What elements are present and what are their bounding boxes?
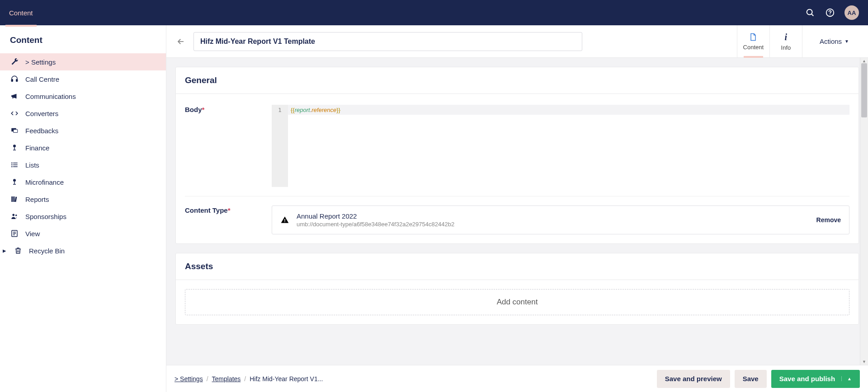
svg-rect-5 — [16, 79, 18, 82]
doc-icon — [10, 229, 19, 238]
tab-info-label: Info — [781, 44, 791, 51]
breadcrumb-current: Hifz Mid-Year Report V1... — [250, 375, 323, 383]
footer-actions: Save and preview Save Save and publish ▲ — [657, 370, 860, 388]
warning-icon — [280, 215, 289, 224]
svg-rect-21 — [13, 196, 14, 202]
code-gutter: 1 — [272, 105, 288, 187]
field-body-control: 1 {{report.reference}} — [272, 105, 849, 187]
field-body-label: Body* — [185, 105, 263, 187]
sidebar-item-lists[interactable]: Lists — [0, 156, 166, 173]
code-line[interactable]: {{report.reference}} — [288, 105, 849, 115]
sidebar-item-label: > Settings — [25, 58, 56, 66]
sidebar-item-label: Converters — [25, 110, 58, 117]
people-icon — [10, 212, 19, 221]
actions-button[interactable]: Actions ▼ — [810, 25, 859, 57]
sidebar-item-label: Sponsorships — [25, 213, 66, 220]
topbar-left: Content — [9, 6, 33, 19]
svg-point-3 — [830, 14, 830, 15]
topbar: Content AA — [0, 0, 868, 25]
breadcrumb-settings[interactable]: > Settings — [175, 375, 203, 383]
svg-point-0 — [807, 9, 812, 15]
svg-rect-7 — [14, 130, 18, 133]
breadcrumb-templates[interactable]: Templates — [212, 375, 241, 383]
sidebar-item-label: Call Centre — [25, 75, 59, 83]
search-icon[interactable] — [805, 7, 816, 18]
svg-rect-20 — [11, 196, 13, 202]
sidebar-item-view[interactable]: View — [0, 225, 166, 242]
caret-up-icon[interactable]: ▲ — [841, 376, 852, 381]
content-type-box: Annual Report 2022 umb://document-type/a… — [272, 205, 849, 234]
megaphone-icon — [10, 92, 19, 101]
sidebar-item-label: View — [25, 230, 40, 238]
content-type-text: Annual Report 2022 umb://document-type/a… — [297, 212, 809, 228]
breadcrumb: > Settings / Templates / Hifz Mid-Year R… — [175, 375, 323, 383]
list-icon — [10, 160, 19, 169]
sidebar-item-sponsorships[interactable]: Sponsorships — [0, 208, 166, 225]
svg-rect-12 — [13, 163, 18, 163]
save-preview-button[interactable]: Save and preview — [657, 370, 730, 388]
svg-rect-13 — [11, 164, 12, 165]
svg-rect-22 — [14, 197, 17, 202]
app-body: Content > Settings Call Centre Communica… — [0, 25, 868, 392]
save-publish-button[interactable]: Save and publish ▲ — [771, 370, 860, 388]
help-icon[interactable] — [825, 7, 835, 18]
sidebar-item-communications[interactable]: Communications — [0, 88, 166, 105]
remove-button[interactable]: Remove — [816, 216, 841, 224]
panel-general: General Body* 1 {{report.reference}} — [175, 67, 859, 244]
sidebar-header: Content — [0, 25, 166, 53]
svg-rect-10 — [13, 150, 16, 151]
svg-rect-4 — [11, 79, 13, 82]
sidebar-item-reports[interactable]: Reports — [0, 191, 166, 208]
feedback-icon — [10, 126, 19, 135]
tab-content[interactable]: Content — [737, 25, 770, 57]
books-icon — [10, 195, 19, 204]
microfinance-icon — [10, 177, 19, 187]
sidebar-item-call-centre[interactable]: Call Centre — [0, 70, 166, 88]
sidebar-item-finance[interactable]: Finance — [0, 139, 166, 156]
sidebar-item-recycle-bin[interactable]: ▸ Recycle Bin — [0, 242, 166, 259]
sidebar-item-label: Feedbacks — [25, 127, 58, 135]
sidebar-item-label: Reports — [25, 196, 49, 203]
svg-point-8 — [13, 145, 16, 147]
content-scroll[interactable]: General Body* 1 {{report.reference}} — [166, 58, 868, 392]
field-content-type-label: Content Type* — [185, 205, 263, 234]
sidebar-item-settings[interactable]: > Settings — [0, 53, 166, 70]
save-button[interactable]: Save — [735, 370, 767, 388]
sidebar-list: > Settings Call Centre Communications Co… — [0, 53, 166, 392]
tab-info[interactable]: i Info — [770, 25, 802, 57]
field-content-type: Content Type* Annual Report 2022 umb://d… — [185, 196, 849, 234]
actions-label: Actions — [820, 37, 842, 45]
caret-right-icon[interactable]: ▸ — [3, 247, 7, 255]
field-body: Body* 1 {{report.reference}} — [185, 103, 849, 196]
add-content-button[interactable]: Add content — [185, 289, 849, 315]
title-input[interactable] — [193, 32, 582, 51]
code-editor[interactable]: 1 {{report.reference}} — [272, 105, 849, 187]
sidebar: Content > Settings Call Centre Communica… — [0, 25, 166, 392]
svg-rect-11 — [11, 163, 12, 163]
avatar[interactable]: AA — [844, 5, 859, 20]
panel-assets: Assets Add content — [175, 253, 859, 325]
breadcrumb-sep: / — [244, 375, 246, 383]
scroll-down-icon[interactable]: ▼ — [860, 359, 868, 365]
file-icon — [749, 32, 758, 42]
topbar-right: AA — [805, 5, 859, 20]
trash-icon — [14, 246, 23, 255]
scroll-thumb[interactable] — [861, 63, 867, 117]
svg-point-17 — [13, 179, 16, 182]
sidebar-item-label: Lists — [25, 161, 39, 169]
panel-general-body: Body* 1 {{report.reference}} Content Typ… — [176, 94, 859, 243]
sidebar-item-feedbacks[interactable]: Feedbacks — [0, 122, 166, 139]
back-button[interactable] — [175, 36, 186, 47]
headset-icon — [10, 75, 19, 84]
sidebar-item-converters[interactable]: Converters — [0, 105, 166, 122]
svg-rect-16 — [13, 166, 18, 167]
sidebar-item-microfinance[interactable]: Microfinance — [0, 173, 166, 191]
content-type-sub: umb://document-type/a6f58e348ee74f32a2e2… — [297, 221, 809, 228]
save-publish-label: Save and publish — [779, 375, 835, 383]
vertical-scrollbar[interactable]: ▲ ▼ — [860, 58, 868, 365]
breadcrumb-sep: / — [207, 375, 208, 383]
topbar-tab-content[interactable]: Content — [9, 6, 33, 19]
panel-general-header: General — [176, 67, 859, 94]
footer: > Settings / Templates / Hifz Mid-Year R… — [166, 365, 868, 392]
svg-line-1 — [811, 14, 813, 16]
